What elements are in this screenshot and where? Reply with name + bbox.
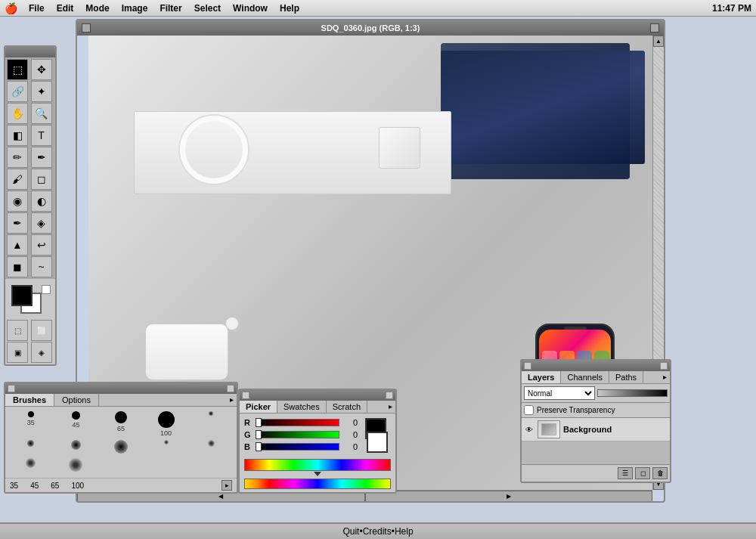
paintbrush-tool[interactable]: 🖌 (7, 169, 28, 190)
tab-brushes[interactable]: Brushes (5, 394, 54, 406)
credits-link[interactable]: Credits (363, 526, 392, 537)
tab-paths[interactable]: Paths (609, 371, 643, 383)
menu-window[interactable]: Window (227, 2, 274, 15)
opacity-slider[interactable] (597, 389, 668, 397)
hue-bar[interactable] (244, 479, 391, 489)
menu-image[interactable]: Image (116, 2, 154, 15)
menu-select[interactable]: Select (188, 2, 227, 15)
brushes-scroll-button[interactable]: ▸ (222, 480, 232, 491)
brushes-titlebar (5, 383, 237, 394)
pen-tool[interactable]: ✒ (7, 212, 28, 234)
tab-channels[interactable]: Channels (561, 371, 609, 383)
brush-item[interactable]: 45 (55, 411, 98, 437)
brush-item[interactable] (10, 440, 52, 455)
brush-dot-feather (164, 440, 169, 445)
brush-item[interactable]: 35 (10, 411, 52, 437)
menu-help[interactable]: Help (274, 2, 305, 15)
picker-expand-button[interactable] (386, 392, 393, 399)
gradient-tool[interactable]: ◼ (7, 256, 28, 277)
brush-item[interactable] (190, 411, 232, 437)
menu-mode[interactable]: Mode (79, 2, 115, 15)
tab-scratch[interactable]: Scratch (327, 401, 367, 413)
layers-expand-button[interactable] (660, 362, 668, 370)
lasso-tool[interactable]: 🔗 (7, 81, 28, 102)
layers-menu-arrow[interactable]: ▸ (660, 371, 670, 383)
delete-layer-button[interactable]: 🗑 (652, 467, 668, 479)
eraser-tool[interactable]: ◻ (31, 169, 52, 190)
screen-mode-full[interactable]: ▣ (7, 342, 28, 363)
menu-edit[interactable]: Edit (51, 2, 80, 15)
scroll-right-button[interactable]: ▶ (365, 491, 653, 501)
move-tool[interactable]: ✥ (31, 59, 52, 80)
layers-empty-area (522, 441, 670, 464)
tab-swatches[interactable]: Swatches (277, 401, 327, 413)
green-slider-thumb[interactable] (256, 430, 262, 439)
crop-tool[interactable]: ◧ (7, 125, 28, 146)
color-swatch-area (5, 279, 55, 318)
brush-item[interactable] (100, 440, 142, 455)
brushes-expand-button[interactable] (227, 385, 234, 392)
marquee-tool[interactable]: ⬚ (7, 59, 28, 80)
scroll-up-button[interactable]: ▲ (653, 36, 664, 47)
jump-to-imageready[interactable]: ◈ (31, 342, 52, 363)
menu-file[interactable]: File (23, 2, 51, 15)
tab-layers[interactable]: Layers (522, 371, 561, 383)
blend-mode-select[interactable]: Normal (524, 386, 595, 400)
swap-colors-icon[interactable] (42, 285, 51, 294)
layers-close-button[interactable] (524, 362, 531, 370)
brushes-menu-arrow[interactable]: ▸ (227, 394, 237, 406)
zoom-tool[interactable]: 🔍 (31, 103, 52, 124)
brush-item[interactable]: 100 (145, 411, 187, 437)
foreground-color-swatch[interactable] (11, 285, 33, 306)
text-tool[interactable]: T (31, 125, 52, 146)
new-layer-button[interactable]: ◻ (635, 467, 650, 479)
preserve-transparency-checkbox[interactable] (524, 405, 534, 415)
quick-mask-mode[interactable]: ⬚ (7, 320, 28, 341)
green-slider[interactable] (256, 431, 339, 438)
pencil-tool[interactable]: ✏ (7, 147, 28, 168)
brush-item[interactable] (55, 458, 98, 473)
dodge-tool[interactable]: ◐ (31, 191, 52, 212)
new-layer-set-button[interactable]: ☰ (618, 467, 633, 479)
layer-item-background[interactable]: 👁 Background (522, 418, 670, 441)
hand-tool[interactable]: ✋ (7, 103, 28, 124)
blur-tool[interactable]: ◉ (7, 191, 28, 212)
brush-item[interactable] (10, 458, 52, 473)
picker-menu-arrow[interactable]: ▸ (386, 401, 395, 413)
green-value: 0 (342, 430, 358, 439)
blue-slider[interactable] (256, 443, 339, 451)
brush-size-label: 100 (160, 429, 172, 437)
background-preview[interactable] (367, 432, 388, 453)
brush-size-65: 65 (51, 482, 59, 490)
stamp-tool[interactable]: ◈ (31, 212, 52, 234)
tab-picker[interactable]: Picker (240, 401, 277, 413)
magic-wand-tool[interactable]: ✦ (31, 81, 52, 102)
window-close-button[interactable] (82, 23, 91, 33)
red-slider[interactable] (256, 419, 339, 426)
paint-bucket-tool[interactable]: ▲ (7, 234, 28, 256)
brush-size-label: 45 (72, 421, 79, 429)
brush-size-label: 35 (27, 419, 35, 426)
color-preview-area (359, 417, 392, 454)
blue-slider-thumb[interactable] (256, 442, 262, 451)
layer-visibility-icon[interactable]: 👁 (524, 424, 534, 435)
tab-options[interactable]: Options (54, 394, 99, 406)
apple-logo-icon[interactable]: 🍎 (5, 2, 17, 14)
smudge-tool[interactable]: ~ (31, 256, 52, 277)
picker-close-button[interactable] (242, 392, 249, 399)
standard-mode[interactable]: ⬜ (31, 320, 52, 341)
quit-link[interactable]: Quit (342, 526, 359, 537)
brush-item[interactable] (55, 440, 98, 455)
brush-item[interactable] (145, 440, 187, 455)
brushes-close-button[interactable] (8, 385, 15, 392)
red-slider-thumb[interactable] (256, 418, 262, 427)
brush-item[interactable]: 65 (100, 411, 142, 437)
history-brush-tool[interactable]: ↩ (31, 234, 52, 256)
brush-dot-soft (114, 440, 128, 454)
menu-filter[interactable]: Filter (153, 2, 187, 15)
color-spectrum-bar[interactable] (244, 459, 391, 471)
window-zoom-button[interactable] (650, 23, 659, 33)
brush-item[interactable] (190, 440, 232, 455)
eyedropper-tool[interactable]: ✒ (31, 147, 52, 168)
help-link[interactable]: Help (395, 526, 414, 537)
